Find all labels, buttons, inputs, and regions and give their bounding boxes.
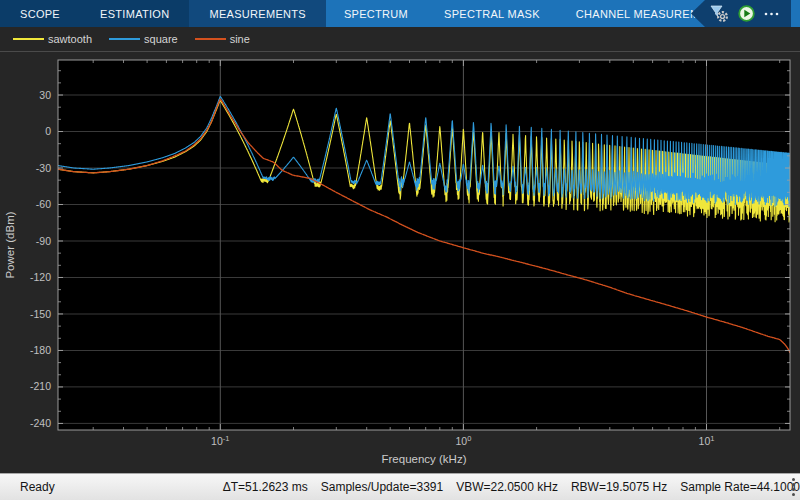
y-tick-label: 0 [45, 125, 51, 137]
ellipsis-icon[interactable] [764, 12, 779, 16]
legend-item-sine[interactable]: sine [195, 33, 250, 45]
y-tick-label: -120 [30, 271, 51, 283]
status-stat-rbw: RBW=19.5075 Hz [571, 480, 667, 494]
figure-area: sawtooth square sine 10-1100101300-30-60… [0, 27, 800, 473]
axes-background [58, 60, 790, 430]
status-stat-samples-per-update: Samples/Update=3391 [321, 480, 443, 494]
toolstrip: SCOPE ESTIMATION MEASUREMENTS SPECTRUM S… [0, 0, 800, 27]
tuner-settings-icon[interactable] [710, 4, 729, 23]
tab-spectrum[interactable]: SPECTRUM [326, 0, 426, 27]
legend-item-square[interactable]: square [109, 33, 178, 45]
y-tick-label: -240 [30, 417, 51, 429]
legend-line-sawtooth [13, 38, 44, 40]
y-tick-label: -60 [36, 198, 51, 210]
y-tick-label: -90 [36, 235, 51, 247]
tab-estimation[interactable]: ESTIMATION [80, 0, 189, 27]
play-icon[interactable] [738, 5, 755, 22]
tab-spectral-mask[interactable]: SPECTRAL MASK [426, 0, 558, 27]
y-tick-label: 30 [39, 89, 51, 101]
y-axis-label: Power (dBm) [4, 211, 16, 278]
legend: sawtooth square sine [0, 27, 800, 52]
y-tick-label: -210 [30, 380, 51, 392]
spectrum-analyzer-window: SCOPE ESTIMATION MEASUREMENTS SPECTRUM S… [0, 0, 800, 500]
y-tick-label: -30 [36, 162, 51, 174]
x-tick-label: 10-1 [211, 434, 229, 448]
status-bar: Ready ΔT=51.2623 ms Samples/Update=3391 … [0, 473, 800, 500]
status-stat-sample-rate: Sample Rate=44.1000 kHz [680, 480, 800, 494]
spectrum-plot[interactable]: 10-1100101300-30-60-90-120-150-180-210-2… [0, 27, 800, 473]
status-stat-delta-t: ΔT=51.2623 ms [223, 480, 308, 494]
quick-access-banner [691, 0, 791, 27]
status-ready: Ready [20, 480, 55, 494]
tab-scope[interactable]: SCOPE [0, 0, 80, 27]
y-tick-label: -180 [30, 344, 51, 356]
tab-measurements[interactable]: MEASUREMENTS [189, 0, 326, 27]
status-handle-icon[interactable] [792, 478, 795, 496]
legend-line-square [109, 38, 140, 40]
legend-item-sawtooth[interactable]: sawtooth [13, 33, 92, 45]
legend-label-sine: sine [230, 33, 250, 45]
status-stats: ΔT=51.2623 ms Samples/Update=3391 VBW=22… [223, 480, 800, 494]
y-tick-label: -150 [30, 308, 51, 320]
legend-label-square: square [144, 33, 178, 45]
status-stat-vbw: VBW=22.0500 kHz [456, 480, 558, 494]
x-tick-label: 100 [455, 434, 471, 448]
legend-line-sine [195, 38, 226, 40]
x-axis-label: Frequency (kHz) [382, 453, 467, 465]
x-tick-label: 101 [699, 434, 715, 448]
legend-label-sawtooth: sawtooth [48, 33, 92, 45]
